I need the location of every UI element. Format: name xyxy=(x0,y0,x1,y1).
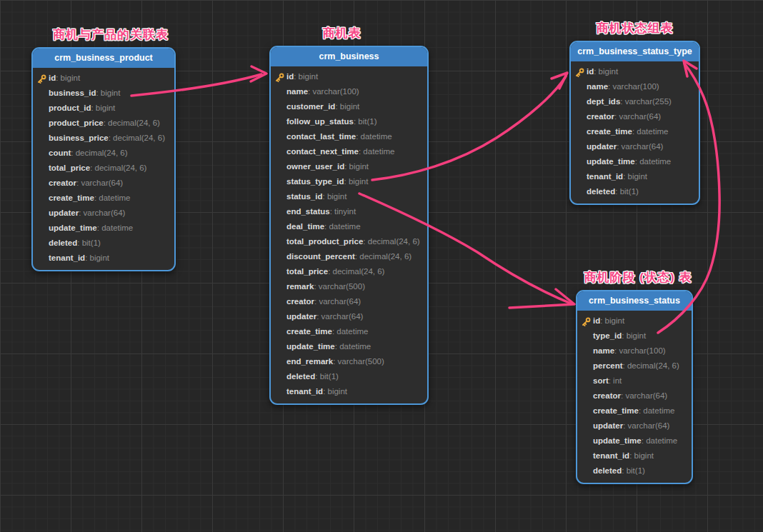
field-row-id[interactable]: id: bigint xyxy=(571,64,699,79)
table-crm_business_product[interactable]: crm_business_product id: bigintbusiness_… xyxy=(31,47,176,271)
field-row-create_time[interactable]: create_time: datetime xyxy=(33,191,174,206)
field-row-tenant_id[interactable]: tenant_id: bigint xyxy=(33,251,174,266)
field-row-updater[interactable]: updater: varchar(64) xyxy=(33,206,174,221)
field-row-product_id[interactable]: product_id: bigint xyxy=(33,101,174,116)
field-row-id[interactable]: id: bigint xyxy=(271,69,427,84)
field-row-name[interactable]: name: varchar(100) xyxy=(571,79,699,94)
field-type: : bit(1) xyxy=(315,372,339,381)
field-type: : varchar(64) xyxy=(614,112,661,121)
field-type: : datetime xyxy=(335,342,371,351)
field-name: create_time xyxy=(593,406,639,415)
primary-key-icon xyxy=(37,74,46,83)
field-name: creator xyxy=(587,112,614,121)
field-row-business_id[interactable]: business_id: bigint xyxy=(33,86,174,101)
field-row-updater[interactable]: updater: varchar(64) xyxy=(577,418,692,433)
field-row-name[interactable]: name: varchar(100) xyxy=(577,343,692,358)
field-row-update_time[interactable]: update_time: datetime xyxy=(271,339,427,354)
table-crm_business[interactable]: crm_business id: bigintname: varchar(100… xyxy=(269,46,429,405)
field-row-total_price[interactable]: total_price: decimal(24, 6) xyxy=(33,161,174,176)
table-fields-crm_business: id: bigintname: varchar(100)customer_id:… xyxy=(271,66,427,403)
field-row-name[interactable]: name: varchar(100) xyxy=(271,84,427,99)
field-row-end_remark[interactable]: end_remark: varchar(500) xyxy=(271,354,427,369)
table-label-crm_business_status_type: 商机状态组表 xyxy=(597,20,674,36)
field-row-update_time[interactable]: update_time: datetime xyxy=(33,221,174,236)
field-row-create_time[interactable]: create_time: datetime xyxy=(271,324,427,339)
table-crm_business_status_type[interactable]: crm_business_status_type id: bigintname:… xyxy=(569,41,700,205)
field-name: tenant_id xyxy=(593,451,629,460)
table-header-crm_business[interactable]: crm_business xyxy=(271,47,427,66)
field-type: : bigint xyxy=(85,254,109,262)
field-type: : bigint xyxy=(594,67,618,76)
field-type: : bit(1) xyxy=(615,187,639,196)
field-row-update_time[interactable]: update_time: datetime xyxy=(577,433,692,448)
field-row-count[interactable]: count: decimal(24, 6) xyxy=(33,146,174,161)
field-name: business_price xyxy=(49,134,109,142)
field-row-percent[interactable]: percent: decimal(24, 6) xyxy=(577,358,692,373)
field-row-end_status[interactable]: end_status: tinyint xyxy=(271,204,427,219)
field-row-dept_ids[interactable]: dept_ids: varchar(255) xyxy=(571,94,699,109)
field-name: count xyxy=(49,149,71,157)
field-row-owner_user_id[interactable]: owner_user_id: bigint xyxy=(271,159,427,174)
field-row-tenant_id[interactable]: tenant_id: bigint xyxy=(571,169,699,184)
field-type: : bigint xyxy=(629,451,654,460)
field-row-tenant_id[interactable]: tenant_id: bigint xyxy=(271,384,427,399)
field-row-discount_percent[interactable]: discount_percent: decimal(24, 6) xyxy=(271,249,427,264)
field-row-tenant_id[interactable]: tenant_id: bigint xyxy=(577,448,692,463)
field-name: dept_ids xyxy=(587,97,620,106)
primary-key-icon xyxy=(275,72,284,81)
field-row-status_type_id[interactable]: status_type_id: bigint xyxy=(271,174,427,189)
field-type: : decimal(24, 6) xyxy=(90,164,146,172)
field-name: creator xyxy=(286,297,314,306)
field-name: id xyxy=(49,74,56,82)
table-header-crm_business_status_type[interactable]: crm_business_status_type xyxy=(571,42,699,61)
table-header-crm_business_status[interactable]: crm_business_status xyxy=(577,291,692,311)
field-row-deleted[interactable]: deleted: bit(1) xyxy=(33,236,174,251)
field-type: : varchar(64) xyxy=(316,312,363,321)
field-row-update_time[interactable]: update_time: datetime xyxy=(571,154,699,169)
field-name: remark xyxy=(286,282,314,291)
field-name: tenant_id xyxy=(49,254,85,262)
field-type: : varchar(100) xyxy=(308,87,359,96)
field-row-creator[interactable]: creator: varchar(64) xyxy=(571,109,699,124)
field-row-creator[interactable]: creator: varchar(64) xyxy=(33,176,174,191)
table-header-crm_business_product[interactable]: crm_business_product xyxy=(33,49,174,68)
field-row-contact_next_time[interactable]: contact_next_time: datetime xyxy=(271,144,427,159)
field-row-deal_time[interactable]: deal_time: datetime xyxy=(271,219,427,234)
field-type: : tinyint xyxy=(330,207,356,216)
field-name: product_id xyxy=(49,104,91,112)
field-type: : decimal(24, 6) xyxy=(71,149,127,157)
field-row-remark[interactable]: remark: varchar(500) xyxy=(271,279,427,294)
field-type: : bigint xyxy=(294,72,318,81)
field-row-type_id[interactable]: type_id: bigint xyxy=(577,328,692,343)
table-fields-crm_business_status: id: biginttype_id: bigintname: varchar(1… xyxy=(577,311,692,483)
field-row-create_time[interactable]: create_time: datetime xyxy=(571,124,699,139)
field-type: : bigint xyxy=(96,89,120,97)
field-row-sort[interactable]: sort: int xyxy=(577,373,692,388)
field-type: : bigint xyxy=(623,172,647,181)
field-row-deleted[interactable]: deleted: bit(1) xyxy=(571,184,699,199)
field-row-follow_up_status[interactable]: follow_up_status: bit(1) xyxy=(271,114,427,129)
field-type: : varchar(500) xyxy=(314,282,365,291)
field-type: : varchar(64) xyxy=(314,297,361,306)
table-crm_business_status[interactable]: crm_business_status id: biginttype_id: b… xyxy=(576,290,693,484)
field-row-deleted[interactable]: deleted: bit(1) xyxy=(577,463,692,478)
field-row-total_product_price[interactable]: total_product_price: decimal(24, 6) xyxy=(271,234,427,249)
field-name: name xyxy=(286,87,308,96)
field-row-status_id[interactable]: status_id: bigint xyxy=(271,189,427,204)
field-name: deal_time xyxy=(286,222,324,231)
field-row-total_price[interactable]: total_price: decimal(24, 6) xyxy=(271,264,427,279)
field-row-customer_id[interactable]: customer_id: bigint xyxy=(271,99,427,114)
field-row-product_price[interactable]: product_price: decimal(24, 6) xyxy=(33,116,174,131)
field-name: product_price xyxy=(49,119,104,127)
field-row-create_time[interactable]: create_time: datetime xyxy=(577,403,692,418)
field-row-creator[interactable]: creator: varchar(64) xyxy=(271,294,427,309)
field-row-updater[interactable]: updater: varchar(64) xyxy=(571,139,699,154)
field-row-id[interactable]: id: bigint xyxy=(33,71,174,86)
field-row-updater[interactable]: updater: varchar(64) xyxy=(271,309,427,324)
field-type: : decimal(24, 6) xyxy=(363,237,419,246)
field-row-business_price[interactable]: business_price: decimal(24, 6) xyxy=(33,131,174,146)
field-row-contact_last_time[interactable]: contact_last_time: datetime xyxy=(271,129,427,144)
field-row-id[interactable]: id: bigint xyxy=(577,313,692,328)
field-row-creator[interactable]: creator: varchar(64) xyxy=(577,388,692,403)
field-row-deleted[interactable]: deleted: bit(1) xyxy=(271,369,427,384)
